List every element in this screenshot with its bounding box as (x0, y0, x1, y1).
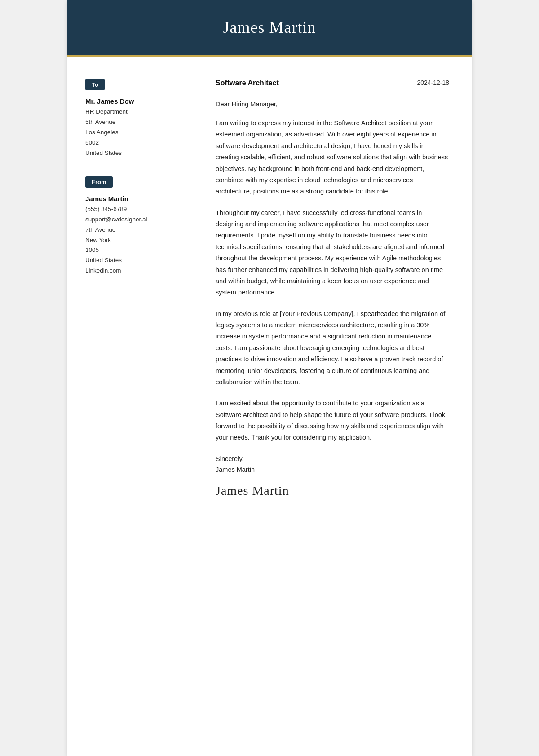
job-title: Software Architect (216, 79, 279, 87)
sender-email: support@cvdesigner.ai (85, 215, 179, 225)
body-area: To Mr. James Dow HR Department 5th Avenu… (67, 57, 472, 730)
from-badge: From (85, 176, 113, 188)
salutation: Dear Hiring Manager, (216, 101, 449, 108)
main-content: Software Architect 2024-12-18 Dear Hirin… (193, 57, 472, 730)
recipient-line1: HR Department (85, 107, 179, 117)
paragraph-2: Throughout my career, I have successfull… (216, 207, 449, 299)
sender-phone: (555) 345-6789 (85, 204, 179, 215)
to-badge: To (85, 79, 105, 90)
closing-line1: Sincerely, (216, 453, 449, 465)
sender-line5: Linkedin.com (85, 266, 179, 276)
paragraph-4: I am excited about the opportunity to co… (216, 398, 449, 444)
sender-line1: 7th Avenue (85, 225, 179, 235)
recipient-line5: United States (85, 148, 179, 158)
sidebar: To Mr. James Dow HR Department 5th Avenu… (67, 57, 193, 730)
recipient-line3: Los Angeles (85, 127, 179, 138)
recipient-info: HR Department 5th Avenue Los Angeles 500… (85, 107, 179, 158)
recipient-name: Mr. James Dow (85, 97, 179, 105)
letter-header-row: Software Architect 2024-12-18 (216, 79, 449, 87)
recipient-line2: 5th Avenue (85, 117, 179, 127)
recipient-line4: 5002 (85, 138, 179, 148)
page-container: James Martin To Mr. James Dow HR Departm… (67, 0, 472, 756)
sender-line2: New York (85, 235, 179, 246)
from-section: From James Martin (555) 345-6789 support… (85, 176, 179, 277)
to-section: To Mr. James Dow HR Department 5th Avenu… (85, 79, 179, 158)
paragraph-3: In my previous role at [Your Previous Co… (216, 308, 449, 388)
sender-line4: United States (85, 255, 179, 266)
sender-name: James Martin (85, 195, 179, 202)
applicant-name: James Martin (67, 18, 472, 37)
sender-info: (555) 345-6789 support@cvdesigner.ai 7th… (85, 204, 179, 277)
closing-block: Sincerely, James Martin James Martin (216, 453, 449, 501)
letter-date: 2024-12-18 (417, 79, 449, 86)
paragraph-1: I am writing to express my interest in t… (216, 118, 449, 198)
letter-body: I am writing to express my interest in t… (216, 118, 449, 444)
page-header: James Martin (67, 0, 472, 55)
sender-line3: 1005 (85, 245, 179, 255)
closing-line2: James Martin (216, 464, 449, 475)
signature: James Martin (216, 480, 449, 501)
